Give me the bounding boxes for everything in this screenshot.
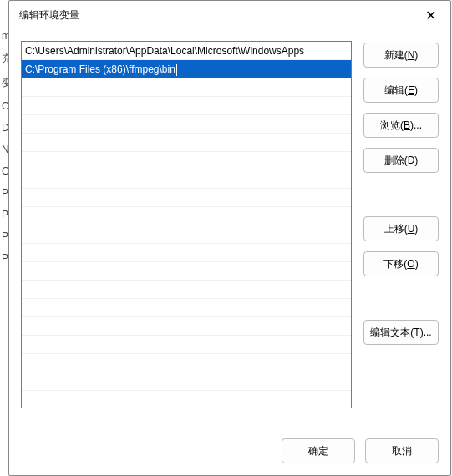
list-row[interactable]: C:\Users\Administrator\AppData\Local\Mic… bbox=[22, 42, 351, 60]
close-icon: ✕ bbox=[425, 8, 436, 23]
list-row-empty[interactable] bbox=[22, 97, 351, 115]
button-group-spacer bbox=[363, 183, 439, 206]
new-button[interactable]: 新建(N) bbox=[363, 43, 439, 68]
background-label: N bbox=[0, 139, 8, 160]
list-row-empty[interactable] bbox=[22, 134, 351, 152]
background-label: P bbox=[0, 204, 8, 225]
list-row-empty[interactable] bbox=[22, 281, 351, 299]
edit-text-button[interactable]: 编辑文本(T)... bbox=[363, 320, 439, 345]
list-row-empty[interactable] bbox=[22, 262, 351, 281]
background-label: P bbox=[0, 182, 8, 204]
list-row-empty[interactable] bbox=[22, 189, 351, 207]
cancel-button[interactable]: 取消 bbox=[365, 438, 439, 463]
background-label: C bbox=[0, 95, 8, 117]
titlebar: 编辑环境变量 ✕ bbox=[9, 1, 450, 29]
list-row-empty[interactable] bbox=[22, 170, 351, 189]
list-row-empty[interactable] bbox=[22, 317, 351, 336]
move-up-button[interactable]: 上移(U) bbox=[363, 216, 439, 241]
delete-button[interactable]: 删除(D) bbox=[363, 148, 439, 173]
background-label: P bbox=[0, 225, 8, 247]
background-label: 变 bbox=[0, 71, 8, 95]
close-button[interactable]: ✕ bbox=[412, 3, 449, 28]
list-row-empty[interactable] bbox=[22, 336, 351, 354]
edit-env-var-dialog: 编辑环境变量 ✕ C:\Users\Administrator\AppData\… bbox=[8, 0, 451, 476]
browse-button[interactable]: 浏览(B)... bbox=[363, 113, 439, 138]
background-label: P bbox=[0, 247, 8, 269]
edit-button[interactable]: 编辑(E) bbox=[363, 78, 439, 103]
list-row-empty[interactable] bbox=[22, 244, 351, 262]
list-row-empty[interactable] bbox=[22, 207, 351, 225]
dialog-content: C:\Users\Administrator\AppData\Local\Mic… bbox=[9, 29, 450, 427]
background-window-strip: m充变CDNOPPPP bbox=[0, 0, 8, 476]
list-row-empty[interactable] bbox=[22, 354, 351, 372]
list-row-empty[interactable] bbox=[22, 78, 351, 97]
sidebar-buttons: 新建(N) 编辑(E) 浏览(B)... 删除(D) 上移(U) 下移(O) 编… bbox=[363, 41, 439, 427]
list-row-selected[interactable]: C:\Program Files (x86)\ffmpeg\bin bbox=[22, 60, 351, 78]
list-row-empty[interactable] bbox=[22, 391, 351, 408]
edit-cursor bbox=[176, 64, 177, 76]
list-row-empty[interactable] bbox=[22, 299, 351, 317]
path-listbox[interactable]: C:\Users\Administrator\AppData\Local\Mic… bbox=[21, 41, 352, 408]
list-row-empty[interactable] bbox=[22, 225, 351, 244]
list-row-empty[interactable] bbox=[22, 152, 351, 170]
background-label: 充 bbox=[0, 47, 8, 71]
list-row-empty[interactable] bbox=[22, 372, 351, 391]
background-label: O bbox=[0, 160, 8, 182]
dialog-footer: 确定 取消 bbox=[9, 427, 450, 475]
list-row-empty[interactable] bbox=[22, 115, 351, 134]
button-group-spacer-2 bbox=[363, 286, 439, 310]
dialog-title: 编辑环境变量 bbox=[19, 8, 412, 23]
move-down-button[interactable]: 下移(O) bbox=[363, 251, 439, 276]
background-label: D bbox=[0, 117, 8, 139]
ok-button[interactable]: 确定 bbox=[282, 438, 355, 463]
background-label: m bbox=[0, 25, 8, 47]
